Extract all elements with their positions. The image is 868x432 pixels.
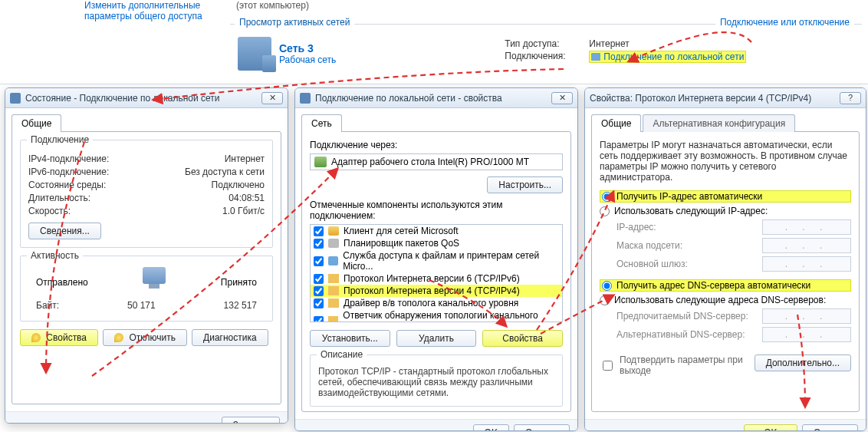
validate-label: Подтвердить параметры при выходе [620,355,755,376]
component-checkbox[interactable] [314,256,324,266]
validate-checkbox-row[interactable]: Подтвердить параметры при выходе [600,355,755,376]
protocol-icon [328,274,339,283]
component-checkbox[interactable] [314,274,324,284]
ip-manual-radio[interactable] [600,206,610,216]
speed-label: Скорость: [28,206,71,216]
component-checkbox[interactable] [314,316,324,323]
network-icon [238,37,271,71]
properties-button[interactable]: Свойства [20,329,98,346]
close-button[interactable]: ✕ [551,92,573,104]
driver-icon [328,298,339,308]
network-name[interactable]: Сеть 3 [279,42,336,54]
bytes-received-value: 132 517 [224,300,257,311]
access-type-label: Тип доступа: [505,38,581,49]
validate-checkbox[interactable] [603,361,613,371]
shield-icon [31,333,41,342]
ok-button[interactable]: OK [744,424,797,431]
client-icon [328,226,339,236]
network-profile-link[interactable]: Рабочая сеть [279,54,336,65]
ip-manual-radio-row[interactable]: Использовать следующий IP-адрес: [600,206,851,216]
alternate-dns-input: . . . [762,327,851,342]
subnet-mask-label: Маска подсети: [616,240,762,251]
ip-auto-radio[interactable] [602,192,612,202]
list-item: Служба доступа к файлам и принтерам сете… [311,249,562,272]
adapter-name: Адаптер рабочего стола Intel(R) PRO/1000… [331,157,529,167]
speed-value: 1.0 Гбит/с [222,206,265,216]
list-item: Клиент для сетей Microsoft [311,225,562,237]
configure-button[interactable]: Настроить... [487,176,563,193]
lan-connection-link[interactable]: Подключение по локальной сети [589,51,746,63]
ok-button[interactable]: OK [473,424,509,431]
components-label: Отмеченные компоненты используются этим … [310,200,563,221]
gateway-input: . . . [762,256,851,272]
dns-auto-radio[interactable] [602,281,612,291]
component-checkbox[interactable] [314,239,324,249]
component-properties-button[interactable]: Свойства [482,330,563,347]
ip-auto-label: Получить IP-адрес автоматически [616,191,762,202]
activity-group: Активность Отправлено Принято Байт: 50 1… [20,256,273,322]
received-label: Принято [221,277,257,288]
share-icon [328,256,338,265]
adapter-field: Адаптер рабочего стола Intel(R) PRO/1000… [310,153,563,170]
list-item: Протокол Интернета версии 6 (TCP/IPv6) [311,272,562,285]
dns-manual-label: Использовать следующие адреса DNS-сервер… [614,295,826,305]
connect-via-label: Подключение через: [310,140,563,150]
connection-legend: Подключение [27,134,93,145]
shield-icon [114,333,123,342]
ipv4-properties-dialog: Свойства: Протокол Интернета версии 4 (T… [584,87,866,431]
connect-disconnect-link[interactable]: Подключение или отключение [715,17,854,28]
diagnose-button[interactable]: Диагностика [192,329,268,346]
sent-label: Отправлено [36,277,88,288]
active-networks-separator: Просмотр активных сетей Подключение или … [230,18,862,29]
component-checkbox[interactable] [314,226,324,236]
dns-manual-radio-row[interactable]: Использовать следующие адреса DNS-сервер… [600,295,851,305]
cancel-button[interactable]: Отмена [802,424,858,431]
bytes-label: Байт: [36,300,59,311]
component-checkbox[interactable] [314,286,324,296]
status-dialog: Состояние - Подключение по локальной сет… [5,87,288,424]
active-networks-legend: Просмотр активных сетей [235,17,354,28]
ipv4-title: Свойства: Протокол Интернета версии 4 (T… [590,93,835,104]
description-legend: Описание [317,349,367,360]
lan-icon [10,93,21,104]
advanced-button[interactable]: Дополнительно... [755,355,851,371]
ipv4-value: Интернет [225,153,265,164]
connection-properties-dialog: Подключение по локальной сети - свойства… [294,87,578,431]
bytes-sent-value: 50 171 [127,300,156,311]
details-button[interactable]: Сведения... [28,223,101,239]
access-type-value: Интернет [589,38,629,49]
close-button[interactable]: ✕ [261,92,283,104]
description-group: Описание Протокол TCP/IP - стандартный п… [310,355,563,407]
help-button[interactable]: ? [840,92,861,104]
gateway-label: Основной шлюз: [616,259,762,269]
description-text: Протокол TCP/IP - стандартный протокол г… [318,366,554,398]
close-button[interactable]: Закрыть [222,417,280,424]
tab-general[interactable]: Общие [12,114,61,132]
component-checkbox[interactable] [314,298,324,308]
list-item: Драйвер в/в тополога канального уровня [311,297,562,309]
ipv4-label: IPv4-подключение: [28,153,109,164]
disable-button[interactable]: Отключить [103,329,187,346]
change-sharing-settings-link[interactable]: Изменить дополнительные параметры общего… [84,0,222,21]
dns-manual-radio[interactable] [600,295,610,305]
list-item: Планировщик пакетов QoS [311,237,562,249]
connections-label: Подключения: [505,51,581,63]
preferred-dns-input: . . . [762,308,851,324]
dns-auto-radio-row[interactable]: Получить адрес DNS-сервера автоматически [600,279,851,292]
ip-address-input: . . . [762,219,851,235]
ip-auto-radio-row[interactable]: Получить IP-адрес автоматически [600,190,851,203]
tab-general[interactable]: Общие [591,114,641,132]
tab-network[interactable]: Сеть [301,114,342,132]
responder-icon [328,316,338,322]
lan-icon [300,93,311,104]
network-summary: (этот компьютер) Просмотр активных сетей… [230,0,862,74]
dns-auto-label: Получить адрес DNS-сервера автоматически [616,280,810,291]
cancel-button[interactable]: Отмена [514,424,570,431]
duration-value: 04:08:51 [229,193,265,203]
uninstall-button[interactable]: Удалить [396,330,477,347]
tab-alternate[interactable]: Альтернативная конфигурация [643,114,795,132]
install-button[interactable]: Установить... [310,330,390,347]
network-center-top: Изменить дополнительные параметры общего… [0,0,868,84]
ipv6-label: IPv6-подключение: [28,167,109,177]
components-list[interactable]: Клиент для сетей Microsoft Планировщик п… [310,224,563,322]
